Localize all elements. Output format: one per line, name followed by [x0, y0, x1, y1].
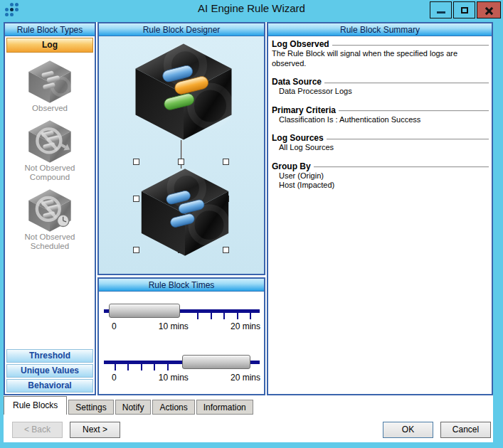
- type-item-not-observed-compound[interactable]: Not Observed Compound: [25, 119, 75, 182]
- summary-section-primary-criteria: Primary Criteria Classification Is : Aut…: [272, 105, 489, 125]
- slider2-label-20: 20 mins: [231, 373, 260, 383]
- type-item-observed[interactable]: Observed: [26, 60, 73, 113]
- type-item-not-observed-scheduled[interactable]: Not Observed Scheduled: [25, 188, 75, 251]
- titlebar: AI Engine Rule Wizard: [0, 0, 503, 19]
- section-value: Host (Impacted): [272, 181, 489, 191]
- log-type-button[interactable]: Log: [6, 38, 93, 53]
- type-label-observed: Observed: [32, 104, 68, 113]
- unique-values-type-button[interactable]: Unique Values: [6, 364, 93, 378]
- section-title: Data Source: [272, 77, 324, 87]
- type-label-not-observed-scheduled-1: Not Observed: [25, 233, 75, 242]
- behavioral-type-button[interactable]: Behavioral: [6, 379, 93, 393]
- rule-block-times-panel: Rule Block Times 0 10 mins 20 mins: [97, 277, 265, 395]
- rule-block-cube-selected-icon[interactable]: [137, 167, 233, 257]
- slider1-label-10: 10 mins: [159, 321, 189, 331]
- section-title: Log Observed: [272, 39, 332, 49]
- selection-handle-top-right[interactable]: [223, 159, 229, 165]
- log-cube-not-observed-scheduled-icon: [26, 188, 73, 233]
- rule-block-types-panel: Rule Block Types Log: [4, 22, 96, 395]
- section-title: Log Sources: [272, 133, 327, 143]
- section-value: User (Origin): [272, 171, 489, 181]
- minimize-button[interactable]: [430, 1, 452, 18]
- slider1-label-0: 0: [112, 321, 117, 331]
- slider2-label-0: 0: [112, 373, 117, 383]
- rule-block-cube-icon[interactable]: [130, 42, 237, 142]
- rule-block-times-header: Rule Block Times: [99, 279, 264, 292]
- type-label-not-observed-compound-1: Not Observed: [25, 164, 75, 173]
- summary-section-data-source: Data Source Data Processor Logs: [272, 77, 489, 97]
- times-body: 0 10 mins 20 mins 0 10 mins 20 mins: [99, 292, 264, 394]
- slider-labels-1: 0 10 mins 20 mins: [104, 321, 260, 331]
- slider2-label-10: 10 mins: [159, 373, 189, 383]
- slider-handle-2[interactable]: [182, 355, 250, 369]
- log-cube-observed-icon: [26, 60, 73, 104]
- section-title: Group By: [272, 161, 314, 171]
- slider1-label-20: 20 mins: [231, 321, 260, 331]
- summary-section-group-by: Group By User (Origin) Host (Impacted): [272, 161, 489, 191]
- designer-canvas[interactable]: [99, 36, 264, 274]
- ok-button[interactable]: OK: [383, 422, 433, 438]
- maximize-icon: [461, 7, 468, 14]
- close-button[interactable]: [477, 1, 501, 18]
- summary-body: Log Observed The Rule Block will signal …: [268, 36, 492, 394]
- section-rule-line: [339, 110, 489, 112]
- type-button-group: Threshold Unique Values Behavioral: [5, 348, 95, 394]
- section-rule-line: [324, 82, 489, 84]
- type-label-not-observed-scheduled-2: Scheduled: [31, 242, 69, 251]
- tab-information[interactable]: Information: [196, 400, 253, 415]
- tab-notify[interactable]: Notify: [115, 400, 152, 415]
- ai-engine-rule-wizard-window: AI Engine Rule Wizard Rule Block Types L…: [0, 0, 503, 448]
- window-title: AI Engine Rule Wizard: [0, 2, 503, 14]
- cancel-button[interactable]: Cancel: [440, 422, 491, 438]
- rule-block-summary-header: Rule Block Summary: [268, 23, 492, 36]
- maximize-button[interactable]: [453, 1, 475, 18]
- section-value: All Log Sources: [272, 143, 489, 153]
- section-value: The Rule Block will signal when the spec…: [272, 49, 489, 68]
- type-icon-list: Observed: [5, 54, 95, 348]
- section-value: Classification Is : Authentication Succe…: [272, 115, 489, 125]
- tab-settings[interactable]: Settings: [68, 400, 113, 415]
- summary-section-log-sources: Log Sources All Log Sources: [272, 133, 489, 153]
- slider-labels-2: 0 10 mins 20 mins: [104, 373, 260, 383]
- slider-handle-1[interactable]: [109, 304, 180, 318]
- threshold-type-button[interactable]: Threshold: [6, 349, 93, 363]
- log-cube-not-observed-compound-icon: [26, 119, 73, 164]
- next-button[interactable]: Next >: [70, 422, 120, 438]
- rule-block-summary-panel: Rule Block Summary Log Observed The Rule…: [267, 22, 493, 395]
- selection-handle-top-center[interactable]: [178, 159, 184, 165]
- rule-block-types-header: Rule Block Types: [5, 23, 95, 36]
- tab-rule-blocks[interactable]: Rule Blocks: [4, 396, 67, 415]
- type-label-not-observed-compound-2: Compound: [30, 173, 70, 182]
- tab-actions[interactable]: Actions: [152, 400, 194, 415]
- back-button[interactable]: < Back: [12, 422, 63, 438]
- section-rule-line: [314, 166, 489, 168]
- section-title: Primary Criteria: [272, 105, 339, 115]
- section-rule-line: [327, 139, 489, 140]
- rule-block-designer-header: Rule Block Designer: [99, 23, 264, 36]
- bottom-tab-strip: Rule Blocks Settings Notify Actions Info…: [4, 396, 253, 415]
- section-value: Data Processor Logs: [272, 87, 489, 97]
- section-rule-line: [332, 45, 489, 46]
- summary-section-log-observed: Log Observed The Rule Block will signal …: [272, 39, 489, 68]
- minimize-icon: [437, 11, 445, 14]
- selection-handle-top-left[interactable]: [133, 159, 139, 165]
- rule-block-designer-panel: Rule Block Designer: [97, 22, 265, 275]
